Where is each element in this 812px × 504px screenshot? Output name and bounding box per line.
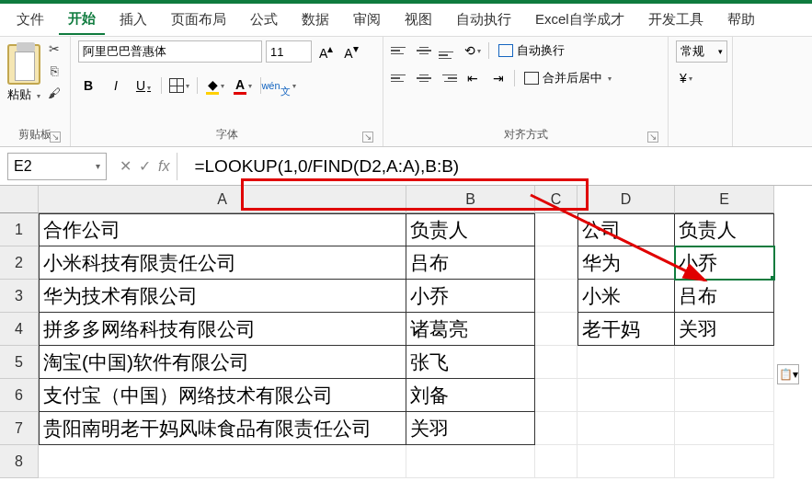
cell[interactable]: [675, 346, 774, 379]
tab-developer[interactable]: 开发工具: [639, 6, 713, 34]
cell[interactable]: [535, 412, 578, 445]
cell[interactable]: [578, 445, 675, 478]
tab-insert[interactable]: 插入: [110, 6, 156, 34]
fill-color-button[interactable]: ◆: [205, 75, 225, 96]
format-painter-icon[interactable]: 🖌: [46, 85, 63, 101]
row-header[interactable]: 6: [0, 379, 39, 412]
tab-data[interactable]: 数据: [292, 6, 338, 34]
decrease-indent-icon[interactable]: ⇤: [463, 68, 483, 88]
cell[interactable]: [535, 213, 578, 246]
font-color-button[interactable]: A: [233, 75, 253, 96]
align-right-icon[interactable]: [439, 70, 457, 86]
tab-pagelayout[interactable]: 页面布局: [162, 6, 235, 34]
border-button[interactable]: [169, 75, 189, 96]
active-cell[interactable]: 小乔: [675, 246, 774, 280]
cell[interactable]: 张飞: [406, 346, 535, 379]
cell[interactable]: 拼多多网络科技有限公司: [39, 313, 406, 346]
align-middle-icon[interactable]: [415, 42, 433, 59]
cell[interactable]: [535, 280, 578, 313]
cell[interactable]: 小米: [578, 280, 675, 313]
cell[interactable]: 吕布: [406, 246, 535, 280]
align-left-icon[interactable]: [391, 70, 409, 86]
align-center-icon[interactable]: [415, 70, 433, 86]
name-box[interactable]: E2▾: [7, 153, 107, 180]
cell[interactable]: 小米科技有限责任公司: [39, 246, 406, 280]
row-header[interactable]: 1: [0, 213, 39, 246]
tab-help[interactable]: 帮助: [718, 6, 764, 34]
row-header[interactable]: 5: [0, 346, 39, 379]
tab-home[interactable]: 开始: [59, 5, 105, 35]
cell[interactable]: 贵阳南明老干妈风味食品有限责任公司: [39, 412, 406, 445]
formula-input[interactable]: =LOOKUP(1,0/FIND(D2,A:A),B:B): [177, 153, 812, 180]
insert-function-icon[interactable]: fx: [158, 158, 169, 175]
cell[interactable]: [578, 412, 675, 445]
col-header[interactable]: D: [578, 186, 675, 213]
decrease-font-icon[interactable]: A▾: [340, 42, 361, 61]
cell[interactable]: 合作公司: [39, 213, 406, 246]
col-header[interactable]: B: [406, 186, 535, 213]
cell[interactable]: [535, 246, 578, 280]
col-header[interactable]: E: [675, 186, 774, 213]
cut-icon[interactable]: ✂: [46, 40, 63, 57]
dialog-launcher-clipboard[interactable]: ↘: [50, 132, 61, 143]
select-all-corner[interactable]: [0, 186, 39, 213]
italic-button[interactable]: I: [106, 75, 126, 96]
cell[interactable]: 华为: [578, 246, 675, 280]
cell[interactable]: [578, 379, 675, 412]
cell[interactable]: 华为技术有限公司: [39, 280, 406, 313]
underline-button[interactable]: U: [133, 75, 154, 96]
cell[interactable]: 诸葛亮: [406, 313, 535, 346]
enter-formula-icon[interactable]: ✓: [139, 157, 151, 175]
bold-button[interactable]: B: [78, 75, 98, 96]
cancel-formula-icon[interactable]: ✕: [120, 157, 132, 175]
font-size-input[interactable]: [266, 40, 312, 63]
orientation-button[interactable]: ⟲: [463, 40, 483, 61]
font-name-input[interactable]: [78, 40, 262, 63]
cell[interactable]: [578, 346, 675, 379]
wrap-text-button[interactable]: 自动换行: [495, 40, 568, 61]
phonetic-guide-button[interactable]: wén文: [269, 75, 289, 96]
row-header[interactable]: 7: [0, 412, 39, 445]
increase-indent-icon[interactable]: ⇥: [488, 68, 509, 88]
cell[interactable]: 公司: [578, 213, 675, 246]
cell[interactable]: 负责人: [406, 213, 535, 246]
row-header[interactable]: 2: [0, 246, 39, 280]
tab-formulas[interactable]: 公式: [241, 6, 287, 34]
cell[interactable]: [675, 379, 774, 412]
cell[interactable]: 负责人: [675, 213, 774, 246]
tab-file[interactable]: 文件: [7, 6, 53, 34]
tab-custom[interactable]: Excel自学成才: [526, 6, 634, 34]
cell[interactable]: 关羽: [675, 313, 774, 346]
cell[interactable]: [535, 445, 578, 478]
cell[interactable]: [675, 445, 774, 478]
cell[interactable]: 刘备: [406, 379, 535, 412]
row-header[interactable]: 8: [0, 445, 39, 478]
row-header[interactable]: 3: [0, 280, 39, 313]
tab-automate[interactable]: 自动执行: [447, 6, 520, 34]
paste-options-float[interactable]: 📋▾: [777, 364, 799, 384]
number-format-select[interactable]: 常规▾: [676, 40, 727, 63]
align-bottom-icon[interactable]: [439, 42, 457, 59]
increase-font-icon[interactable]: A▴: [315, 42, 337, 61]
cell[interactable]: 关羽: [406, 412, 535, 445]
cell[interactable]: [535, 313, 578, 346]
merge-center-button[interactable]: 合并后居中: [520, 68, 615, 88]
dialog-launcher-font[interactable]: ↘: [362, 132, 373, 143]
cell[interactable]: [406, 445, 535, 478]
cell[interactable]: 淘宝(中国)软件有限公司: [39, 346, 406, 379]
cell[interactable]: [535, 346, 578, 379]
cell[interactable]: [39, 445, 406, 478]
dialog-launcher-align[interactable]: ↘: [647, 132, 658, 143]
tab-view[interactable]: 视图: [395, 6, 441, 34]
cell[interactable]: [535, 379, 578, 412]
cell[interactable]: [675, 412, 774, 445]
col-header[interactable]: C: [535, 186, 578, 213]
cell[interactable]: 吕布: [675, 280, 774, 313]
tab-review[interactable]: 审阅: [344, 6, 390, 34]
align-top-icon[interactable]: [391, 42, 409, 59]
copy-icon[interactable]: ⎘: [46, 63, 63, 79]
cell[interactable]: 老干妈: [578, 313, 675, 346]
accounting-format-button[interactable]: ¥: [676, 68, 696, 88]
cell[interactable]: 支付宝（中国）网络技术有限公司: [39, 379, 406, 412]
col-header[interactable]: A: [39, 186, 406, 213]
